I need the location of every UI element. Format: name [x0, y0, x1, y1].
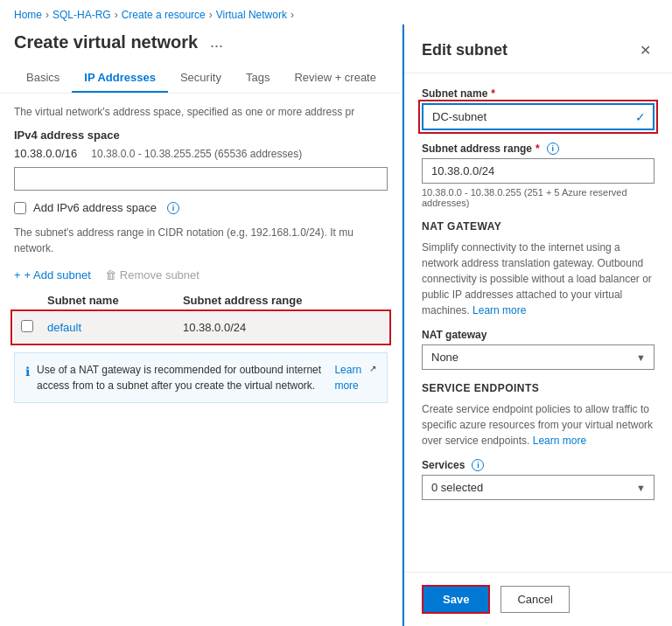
col-subnet-name: Subnet name — [40, 289, 176, 313]
services-select[interactable]: 0 selected — [422, 475, 654, 500]
subnet-name-cell[interactable]: default — [40, 313, 176, 343]
tab-basics[interactable]: Basics — [14, 64, 72, 93]
subnet-name-field-container: ✓ — [422, 103, 654, 130]
range-info-icon[interactable]: i — [547, 143, 559, 155]
add-subnet-label: + Add subnet — [24, 268, 91, 282]
input-check-icon: ✓ — [635, 110, 646, 124]
remove-subnet-button[interactable]: 🗑 Remove subnet — [105, 268, 200, 282]
edit-subnet-header: Edit subnet ✕ — [404, 24, 672, 73]
ipv4-tag: 10.38.0.0/16 — [14, 147, 77, 160]
edit-subnet-panel: Edit subnet ✕ Subnet name * ✓ Subnet add… — [402, 24, 672, 626]
subnet-range-cell: 10.38.0.0/24 — [176, 313, 388, 343]
nat-gateway-desc: Simplify connectivity to the internet us… — [422, 240, 654, 318]
nat-gateway-select-wrapper: None ▼ — [422, 344, 654, 370]
ellipsis-button[interactable]: ... — [205, 31, 228, 53]
se-learn-more[interactable]: Learn more — [533, 435, 586, 447]
add-subnet-button[interactable]: + + Add subnet — [14, 268, 91, 282]
external-link-icon: ↗ — [369, 362, 376, 375]
service-endpoints-section-header: SERVICE ENDPOINTS — [422, 382, 654, 394]
cancel-button[interactable]: Cancel — [500, 586, 569, 613]
tab-review-create[interactable]: Review + create — [282, 64, 388, 93]
services-label: Services i — [422, 459, 654, 471]
subnet-table: Subnet name Subnet address range default… — [14, 289, 388, 342]
services-info-icon[interactable]: i — [472, 459, 484, 471]
tab-security[interactable]: Security — [168, 64, 234, 93]
col-checkbox — [14, 289, 40, 313]
tab-tags[interactable]: Tags — [234, 64, 282, 93]
col-subnet-range: Subnet address range — [176, 289, 388, 313]
subnet-name-input[interactable] — [422, 103, 654, 130]
table-row[interactable]: default 10.38.0.0/24 — [14, 313, 388, 343]
required-indicator: * — [491, 87, 495, 100]
close-button[interactable]: ✕ — [636, 38, 654, 62]
subnet-range-input[interactable] — [422, 158, 654, 184]
services-select-wrapper: 0 selected ▼ — [422, 475, 654, 500]
ipv4-address-input[interactable] — [14, 167, 388, 191]
ipv4-section-label: IPv4 address space — [14, 129, 388, 142]
range-hint: 10.38.0.0 - 10.38.0.255 (251 + 5 Azure r… — [422, 187, 654, 208]
nat-learn-more[interactable]: Learn more — [472, 304, 526, 316]
ipv6-label[interactable]: Add IPv6 address space — [33, 201, 157, 214]
ipv4-range: 10.38.0.0 - 10.38.255.255 (65536 address… — [91, 148, 302, 160]
subnet-name-link[interactable]: default — [47, 321, 81, 334]
breadcrumb-create-resource[interactable]: Create a resource — [122, 9, 206, 21]
breadcrumb-rg[interactable]: SQL-HA-RG — [52, 9, 111, 21]
breadcrumb-home[interactable]: Home — [14, 9, 42, 21]
info-circle-icon: ℹ — [25, 363, 30, 381]
breadcrumb: Home › SQL-HA-RG › Create a resource › V… — [0, 0, 672, 24]
tab-ip-addresses[interactable]: IP Addresses — [72, 64, 168, 93]
info-box: ℹ Use of a NAT gateway is recommended fo… — [14, 352, 388, 403]
tab-bar: Basics IP Addresses Security Tags Review… — [0, 64, 402, 94]
row-checkbox[interactable] — [21, 320, 33, 332]
subnet-name-label: Subnet name * — [422, 87, 654, 100]
trash-icon: 🗑 — [105, 268, 116, 282]
nat-gateway-label: NAT gateway — [422, 329, 654, 341]
service-endpoints-desc: Create service endpoint policies to allo… — [422, 401, 654, 449]
page-title: Create virtual network — [14, 32, 198, 52]
remove-subnet-label: Remove subnet — [120, 268, 200, 282]
info-box-text: Use of a NAT gateway is recommended for … — [37, 362, 327, 393]
nat-gateway-select[interactable]: None — [422, 344, 654, 370]
plus-icon: + — [14, 268, 21, 282]
breadcrumb-virtual-network[interactable]: Virtual Network — [216, 9, 287, 21]
save-button[interactable]: Save — [422, 585, 490, 614]
required-indicator-2: * — [536, 143, 540, 155]
cidr-desc: The subnet's address range in CIDR notat… — [14, 225, 388, 256]
ipv6-info-icon[interactable]: i — [167, 202, 179, 214]
info-box-learn-more[interactable]: Learn more — [334, 362, 362, 393]
edit-subnet-footer: Save Cancel — [404, 572, 672, 626]
edit-subnet-title: Edit subnet — [422, 41, 508, 59]
ipv6-checkbox[interactable] — [14, 202, 26, 214]
nat-gateway-section-header: NAT GATEWAY — [422, 220, 654, 233]
address-space-desc: The virtual network's address space, spe… — [14, 106, 388, 118]
subnet-range-label: Subnet address range * i — [422, 143, 654, 155]
row-checkbox-cell[interactable] — [14, 313, 40, 343]
